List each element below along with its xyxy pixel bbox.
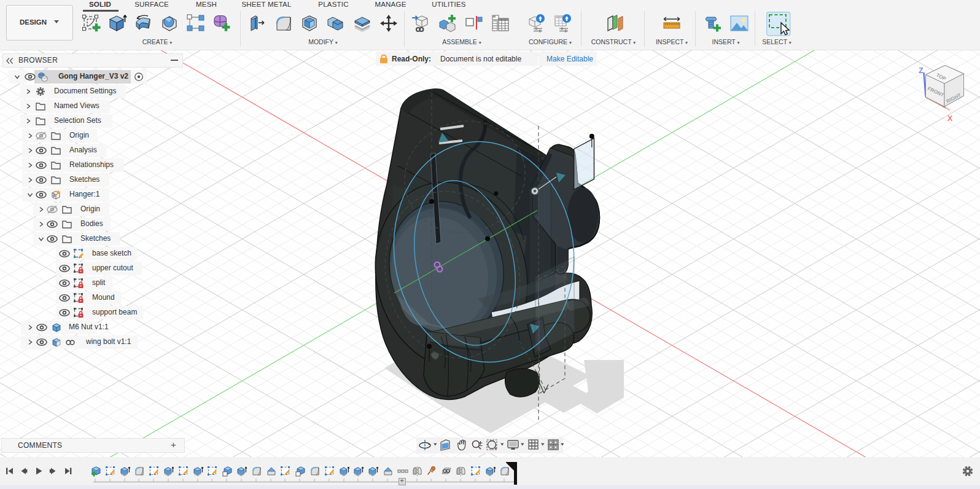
svg-text:X: X	[947, 114, 953, 123]
svg-text:Z: Z	[919, 66, 924, 75]
